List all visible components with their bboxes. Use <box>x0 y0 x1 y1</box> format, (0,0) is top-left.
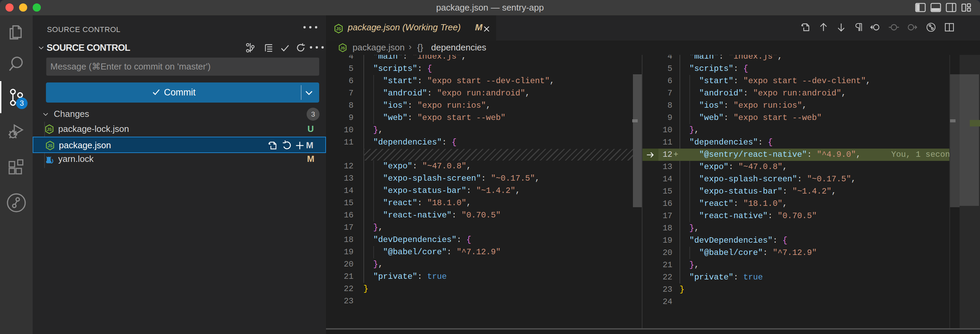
svg-text:JS: JS <box>47 127 52 132</box>
svg-text:JS: JS <box>340 46 345 50</box>
svg-text:JS: JS <box>336 27 341 31</box>
svg-text:JS: JS <box>48 144 53 148</box>
